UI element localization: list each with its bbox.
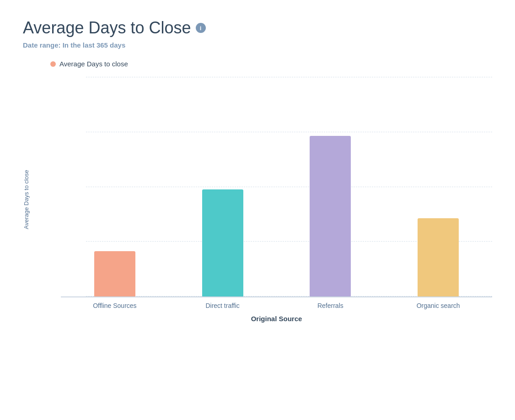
bar — [202, 189, 243, 296]
bar-group: •• — [277, 127, 385, 296]
x-axis-title: Original Source — [61, 315, 492, 323]
bar — [310, 136, 351, 296]
chart-area: •• •• •• •• Offline SourcesDirect traffi… — [33, 77, 492, 323]
chart-container: Average Days to close •• •• •• •• Offlin… — [23, 77, 492, 323]
chart-legend: Average Days to close — [50, 60, 492, 68]
bars-row: •• •• •• •• — [61, 77, 492, 296]
bar — [418, 218, 459, 296]
x-label: Referrals — [277, 297, 385, 309]
x-axis: Offline SourcesDirect trafficReferralsOr… — [61, 296, 492, 309]
bar-group: •• — [169, 180, 277, 296]
grid-and-bars: •• •• •• •• — [33, 77, 492, 296]
x-label: Offline Sources — [61, 297, 169, 309]
date-range: Date range: In the last 365 days — [23, 41, 492, 49]
x-label: Organic search — [384, 297, 492, 309]
page-title: Average Days to Close — [23, 18, 191, 38]
bar-group: •• — [384, 209, 492, 296]
title-row: Average Days to Close i — [23, 18, 492, 38]
bar-group: •• — [61, 242, 169, 296]
info-icon[interactable]: i — [196, 23, 206, 33]
bar — [94, 251, 135, 296]
x-label: Direct traffic — [169, 297, 277, 309]
legend-dot — [50, 61, 56, 67]
y-axis-label: Average Days to close — [23, 77, 30, 323]
legend-label: Average Days to close — [59, 60, 128, 68]
